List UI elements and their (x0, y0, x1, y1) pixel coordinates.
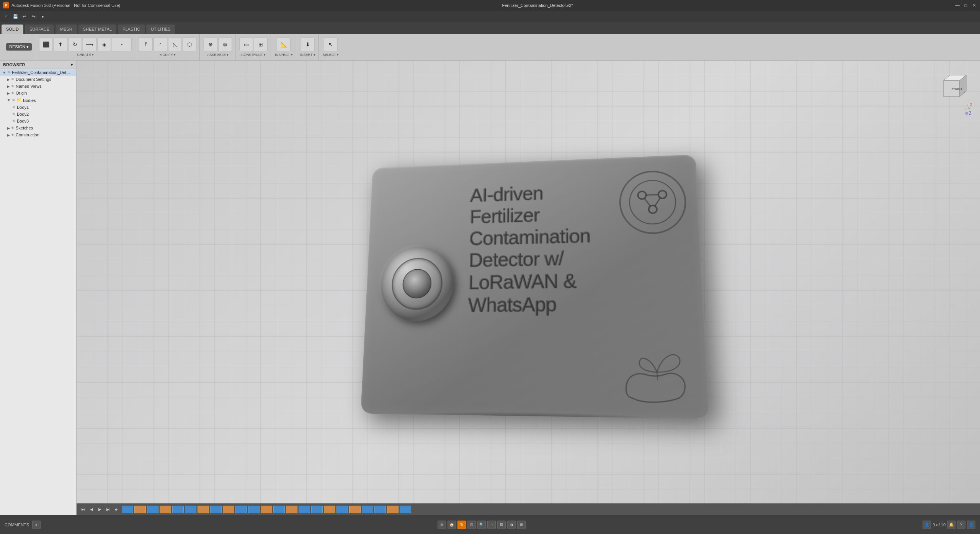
timeline-item-1[interactable] (134, 506, 146, 513)
tab-mesh[interactable]: MESH (56, 25, 77, 34)
timeline-item-20[interactable] (374, 506, 386, 513)
browser-item-root[interactable]: ▼ 👁 Fertilizer_Contamination_Det... (0, 69, 76, 76)
sweep-btn[interactable]: ⟿ (83, 38, 96, 51)
profile-btn[interactable]: 👤 (967, 521, 975, 529)
nav-btn-1[interactable]: ⊕ (438, 521, 446, 529)
timeline-item-11[interactable] (261, 506, 272, 513)
revolve-btn[interactable]: ↻ (68, 38, 82, 51)
design-section: DESIGN ▾ (3, 34, 35, 60)
timeline-play-btn[interactable]: ▶ (96, 506, 103, 513)
design-dropdown[interactable]: DESIGN ▾ (6, 43, 32, 51)
timeline-item-15[interactable] (311, 506, 323, 513)
redo-btn[interactable]: ↪ (30, 13, 38, 20)
tab-sheet-metal[interactable]: SHEET METAL (78, 25, 116, 34)
svg-line-7 (657, 372, 657, 381)
minimize-btn[interactable]: — (955, 3, 960, 8)
timeline-item-18[interactable] (349, 506, 361, 513)
timeline-item-17[interactable] (336, 506, 348, 513)
select-btn[interactable]: ↖ (324, 38, 338, 51)
nav-btn-zoom-in[interactable]: 🔍 (477, 521, 486, 529)
tab-utilities[interactable]: UTILITIES (146, 25, 175, 34)
timeline-item-9[interactable] (235, 506, 247, 513)
chamfer-btn[interactable]: ◺ (168, 38, 182, 51)
press-pull-btn[interactable]: ⤒ (139, 38, 153, 51)
notification-btn[interactable]: 🔔 (947, 521, 956, 529)
fillet-btn[interactable]: ◜ (154, 38, 167, 51)
eng-line-4: Detector w/ (469, 244, 694, 272)
offset-plane-btn[interactable]: ▭ (239, 38, 253, 51)
midplane-btn[interactable]: ⊞ (254, 38, 268, 51)
browser-item-sketches[interactable]: ▶ 👁 Sketches (0, 124, 76, 131)
timeline-item-22[interactable] (400, 506, 411, 513)
tab-plastic[interactable]: PLASTIC (118, 25, 145, 34)
more-btn[interactable]: ▸ (39, 13, 47, 20)
view-cube[interactable]: FRONT (942, 68, 972, 99)
browser-item-doc-settings[interactable]: ▶ 👁 Document Settings (0, 76, 76, 83)
timeline: ⏮ ◀ ▶ ▶| ⏭ (77, 503, 980, 515)
nav-btn-grid[interactable]: ⊞ (517, 521, 526, 529)
close-btn[interactable]: ✕ (972, 3, 977, 8)
timeline-item-19[interactable] (362, 506, 373, 513)
timeline-item-0[interactable] (122, 506, 133, 513)
timeline-next-btn[interactable]: ▶| (105, 506, 112, 513)
eye-icon: 👁 (11, 126, 15, 130)
tab-surface[interactable]: SURFACE (25, 25, 54, 34)
3d-viewport[interactable]: AI-driven Fertilizer Contamination Detec… (77, 61, 980, 515)
browser-item-origin[interactable]: ▶ 👁 Origin (0, 90, 76, 97)
timeline-prev-btn[interactable]: ◀ (88, 506, 95, 513)
nav-btn-shadow[interactable]: ◑ (507, 521, 516, 529)
create-more-btn[interactable]: ▾ (112, 38, 132, 51)
timeline-item-4[interactable] (172, 506, 184, 513)
as-built-joint-btn[interactable]: ⊗ (218, 38, 232, 51)
extrude-btn[interactable]: ⬆ (54, 38, 67, 51)
timeline-item-21[interactable] (387, 506, 399, 513)
browser-item-body2[interactable]: 👁 Body2 (0, 111, 76, 118)
timeline-start-btn[interactable]: ⏮ (80, 506, 87, 513)
nav-btn-orbit[interactable]: ↻ (457, 521, 466, 529)
timeline-item-10[interactable] (248, 506, 260, 513)
shell-btn[interactable]: ⬡ (183, 38, 196, 51)
nav-btn-5[interactable]: ↔ (487, 521, 496, 529)
timeline-end-btn[interactable]: ⏭ (113, 506, 120, 513)
nav-btn-2[interactable]: 🏠 (448, 521, 456, 529)
browser-title: BROWSER (3, 62, 25, 67)
user-icon-btn[interactable]: 👤 (923, 521, 931, 529)
undo-btn[interactable]: ↩ (21, 13, 28, 20)
origin-label: Origin (16, 91, 27, 95)
browser-item-named-views[interactable]: ▶ 👁 Named Views (0, 83, 76, 90)
comments-expand-btn[interactable]: ▸ (32, 521, 41, 529)
timeline-item-5[interactable] (185, 506, 196, 513)
new-component-btn[interactable]: ⬛ (39, 38, 53, 51)
loft-btn[interactable]: ◈ (97, 38, 111, 51)
nav-btn-zoom-fit[interactable]: ⊡ (467, 521, 476, 529)
expand-icon: ▶ (7, 133, 10, 137)
maximize-btn[interactable]: □ (963, 3, 969, 8)
nav-btn-display[interactable]: 🖥 (497, 521, 506, 529)
timeline-item-7[interactable] (210, 506, 222, 513)
help-btn[interactable]: ? (957, 521, 965, 529)
timeline-item-8[interactable] (223, 506, 234, 513)
plant-hand-icon (615, 344, 701, 410)
timeline-item-6[interactable] (198, 506, 209, 513)
timeline-item-16[interactable] (324, 506, 335, 513)
logo-inner (626, 177, 679, 227)
timeline-item-13[interactable] (286, 506, 297, 513)
new-component-icon: ⬛ (43, 41, 49, 48)
timeline-item-2[interactable] (147, 506, 158, 513)
browser-item-bodies[interactable]: ▼ 👁 📁 Bodies (0, 97, 76, 104)
browser-item-body3[interactable]: 👁 Body3 (0, 118, 76, 124)
tab-solid[interactable]: SOLID (2, 25, 23, 34)
browser-item-construction[interactable]: ▶ 👁 Construction (0, 131, 76, 138)
timeline-item-12[interactable] (273, 506, 285, 513)
measure-btn[interactable]: 📐 (277, 38, 291, 51)
save-btn[interactable]: 💾 (11, 13, 19, 20)
home-btn[interactable]: ⌂ (2, 13, 10, 20)
browser-collapse-icon[interactable]: ▸ (71, 62, 73, 67)
insert-mesh-btn[interactable]: ⬇ (301, 38, 315, 51)
timeline-item-3[interactable] (160, 506, 171, 513)
timeline-item-14[interactable] (299, 506, 310, 513)
browser-item-body1[interactable]: 👁 Body1 (0, 104, 76, 111)
joint-btn[interactable]: ⊕ (204, 38, 217, 51)
insert-section: ⬇ INSERT ▾ (297, 34, 319, 60)
title-bar: F Autodesk Fusion 360 (Personal - Not fo… (0, 0, 980, 11)
